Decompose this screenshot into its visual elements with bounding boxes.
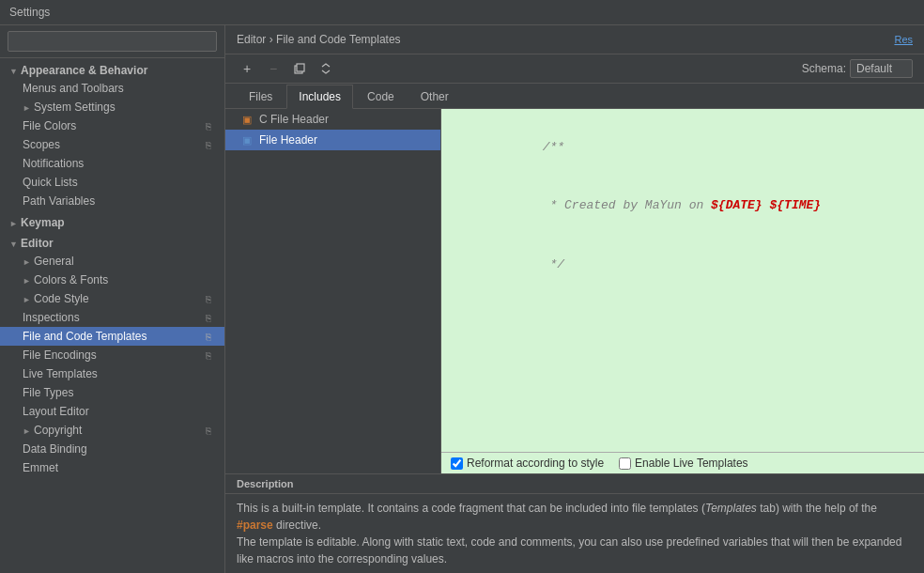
tab-other-label: Other xyxy=(421,90,449,103)
sidebar-item-path-variables-label: Path Variables xyxy=(23,194,95,208)
sidebar-item-scopes[interactable]: Scopes ⎘ xyxy=(0,135,224,154)
live-templates-checkbox[interactable] xyxy=(619,457,631,470)
sidebar-group-appearance[interactable]: Appearance & Behavior xyxy=(0,58,224,79)
reset-button[interactable]: Res xyxy=(894,34,913,45)
move-button[interactable] xyxy=(316,58,336,79)
file-list-panel: ▣ C File Header ▣ File Header xyxy=(225,109,441,473)
live-templates-checkbox-row[interactable]: Enable Live Templates xyxy=(619,457,748,470)
sidebar-item-notifications[interactable]: Notifications xyxy=(0,154,224,173)
code-bottom-bar: Reformat according to style Enable Live … xyxy=(441,452,924,473)
live-templates-label: Enable Live Templates xyxy=(635,457,748,470)
toolbar-left: + − xyxy=(237,58,336,79)
schema-label: Schema: xyxy=(802,62,846,75)
move-icon xyxy=(319,62,332,75)
sidebar-item-menus[interactable]: Menus and Toolbars xyxy=(0,79,224,98)
code-var-date: ${DATE} xyxy=(711,198,762,212)
breadcrumb-parent: Editor xyxy=(237,33,266,46)
sidebar-item-system-settings-label: System Settings xyxy=(34,101,116,114)
description-header: Description xyxy=(225,474,924,494)
scopes-icon: ⎘ xyxy=(202,138,215,151)
add-button[interactable]: + xyxy=(237,58,257,79)
file-code-templates-icon: ⎘ xyxy=(202,330,215,343)
sidebar-item-live-templates[interactable]: Live Templates xyxy=(0,364,224,383)
reformat-checkbox[interactable] xyxy=(451,457,463,470)
sidebar-item-layout-editor[interactable]: Layout Editor xyxy=(0,402,224,421)
file-item-c-header-label: C File Header xyxy=(259,113,329,126)
sidebar-item-file-encodings-label: File Encodings xyxy=(23,348,97,362)
sidebar-group-editor[interactable]: Editor xyxy=(0,231,224,252)
file-item-c-header[interactable]: ▣ C File Header xyxy=(225,109,440,130)
tab-includes[interactable]: Includes xyxy=(286,85,353,109)
sidebar-item-inspections[interactable]: Inspections ⎘ xyxy=(0,308,224,327)
sidebar-item-file-types[interactable]: File Types xyxy=(0,383,224,402)
sidebar-item-code-style[interactable]: Code Style ⎘ xyxy=(0,289,224,308)
sidebar-item-data-binding[interactable]: Data Binding xyxy=(0,440,224,458)
sidebar-group-keymap[interactable]: Keymap xyxy=(0,210,224,231)
code-editor[interactable]: /** * Created by MaYun on ${DATE} ${TIME… xyxy=(441,109,924,452)
copy-icon xyxy=(293,62,306,75)
code-line-1: /** xyxy=(454,118,911,177)
sidebar-item-file-types-label: File Types xyxy=(23,386,73,399)
remove-button[interactable]: − xyxy=(263,58,284,79)
expand-icon-code-style xyxy=(23,295,30,302)
tab-files-label: Files xyxy=(249,90,272,103)
sidebar-item-scopes-label: Scopes xyxy=(23,138,60,151)
sidebar-item-colors-fonts-label: Colors & Fonts xyxy=(34,273,108,286)
file-item-header[interactable]: ▣ File Header xyxy=(225,130,440,150)
sidebar-item-quick-lists[interactable]: Quick Lists xyxy=(0,173,224,192)
tabs-bar: Files Includes Code Other xyxy=(225,84,924,109)
toolbar: + − Schema: Default xyxy=(225,54,924,84)
sidebar-item-file-encodings[interactable]: File Encodings ⎘ xyxy=(0,346,224,364)
sidebar-item-general[interactable]: General xyxy=(0,252,224,271)
header-icon: ▣ xyxy=(240,133,254,147)
sidebar-section-keymap: Keymap xyxy=(0,210,224,231)
search-box[interactable] xyxy=(0,25,224,58)
content-area: Editor › File and Code Templates Res + − xyxy=(225,25,924,573)
sidebar-item-inspections-label: Inspections xyxy=(23,311,80,324)
copyright-icon: ⎘ xyxy=(202,424,215,437)
title-bar: Settings xyxy=(0,0,924,25)
title-text: Settings xyxy=(9,6,50,19)
reformat-label: Reformat according to style xyxy=(467,457,604,470)
sidebar-section-editor: Editor General Colors & Fonts Code Style… xyxy=(0,231,224,477)
code-line-3: */ xyxy=(454,236,911,294)
sidebar-section-appearance: Appearance & Behavior Menus and Toolbars… xyxy=(0,58,224,210)
svg-rect-1 xyxy=(297,64,304,71)
sidebar-item-copyright[interactable]: Copyright ⎘ xyxy=(0,421,224,440)
code-panel: /** * Created by MaYun on ${DATE} ${TIME… xyxy=(441,109,924,473)
tab-other[interactable]: Other xyxy=(408,85,461,109)
sidebar-item-file-colors[interactable]: File Colors ⎘ xyxy=(0,116,224,135)
sidebar-item-colors-fonts[interactable]: Colors & Fonts xyxy=(0,271,224,289)
c-header-icon: ▣ xyxy=(240,113,254,126)
sidebar-item-path-variables[interactable]: Path Variables xyxy=(0,192,224,210)
expand-icon-keymap xyxy=(9,219,17,226)
code-comment-1: /** xyxy=(543,140,564,154)
sidebar-item-copyright-label: Copyright xyxy=(34,424,82,437)
file-item-header-label: File Header xyxy=(259,133,317,147)
code-style-icon: ⎘ xyxy=(202,292,215,305)
sidebar-group-appearance-label: Appearance & Behavior xyxy=(21,64,147,77)
sidebar-item-system-settings[interactable]: System Settings xyxy=(0,98,224,116)
tab-files[interactable]: Files xyxy=(237,85,285,109)
sidebar-item-emmet-label: Emmet xyxy=(23,461,58,474)
copy-button[interactable] xyxy=(289,58,310,79)
sidebar-item-emmet[interactable]: Emmet xyxy=(0,458,224,477)
expand-icon-colors xyxy=(23,276,30,284)
search-input[interactable] xyxy=(8,31,217,52)
schema-select[interactable]: Default xyxy=(850,59,913,78)
breadcrumb: Editor › File and Code Templates xyxy=(237,33,401,46)
code-comment-3: */ xyxy=(543,257,564,271)
sidebar-item-file-code-templates-label: File and Code Templates xyxy=(23,330,147,343)
tab-code[interactable]: Code xyxy=(355,85,407,109)
description-panel: Description This is a built-in template.… xyxy=(225,473,924,573)
sidebar-group-keymap-label: Keymap xyxy=(21,216,65,229)
inspections-icon: ⎘ xyxy=(202,311,215,324)
sidebar-item-notifications-label: Notifications xyxy=(23,157,84,170)
code-var-time: ${TIME} xyxy=(769,198,821,212)
reformat-checkbox-row[interactable]: Reformat according to style xyxy=(451,457,604,470)
tab-code-label: Code xyxy=(367,90,394,103)
sidebar-item-file-code-templates[interactable]: File and Code Templates ⎘ xyxy=(0,327,224,346)
expand-icon-appearance xyxy=(9,67,17,74)
file-encodings-icon: ⎘ xyxy=(202,348,215,362)
split-panel: ▣ C File Header ▣ File Header /** * Crea… xyxy=(225,109,924,473)
